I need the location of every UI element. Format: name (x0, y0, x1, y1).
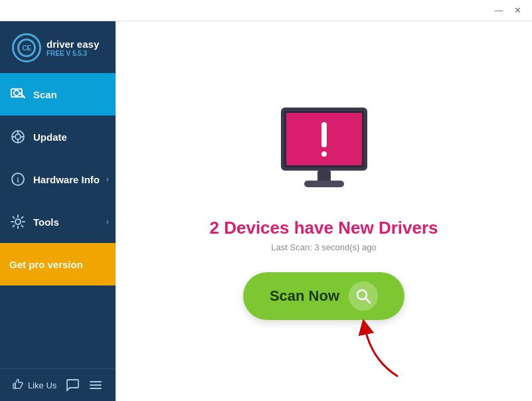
logo-text: driver easy FREE V 5.5.3 (46, 39, 99, 57)
logo-circle-inner: CE (17, 39, 36, 57)
sidebar-spacer (0, 285, 116, 368)
sidebar-item-hardware-info-label: Hardware Info (33, 174, 100, 185)
tools-chevron-icon: › (106, 217, 109, 226)
app-body: CE driver easy FREE V 5.5.3 Scan (0, 21, 532, 401)
logo-icon-text: CE (22, 44, 31, 52)
logo-wrap: CE driver easy FREE V 5.5.3 (12, 33, 99, 62)
get-pro-version-label: Get pro version (9, 259, 83, 270)
arrow-indicator (351, 313, 411, 380)
svg-line-20 (365, 298, 370, 303)
svg-rect-18 (304, 181, 344, 187)
search-icon (355, 287, 372, 305)
svg-rect-15 (321, 122, 327, 147)
list-icon[interactable] (88, 377, 104, 393)
sidebar-item-scan-label: Scan (33, 89, 57, 100)
svg-text:i: i (17, 176, 19, 184)
close-button[interactable]: ✕ (508, 3, 527, 18)
scan-now-label: Scan Now (270, 287, 339, 305)
logo-area: CE driver easy FREE V 5.5.3 (0, 21, 116, 73)
sidebar-item-update[interactable]: Update (0, 116, 116, 158)
sidebar: CE driver easy FREE V 5.5.3 Scan (0, 21, 116, 401)
logo-title: driver easy (46, 39, 99, 50)
like-us-button[interactable]: Like Us (12, 378, 56, 392)
minimize-button[interactable]: — (489, 3, 508, 18)
scan-now-container: Scan Now (243, 272, 404, 320)
sidebar-item-hardware-info[interactable]: i Hardware Info › (0, 158, 116, 200)
logo-version: FREE V 5.5.3 (46, 50, 99, 57)
chat-icon[interactable] (64, 377, 80, 393)
search-icon-circle (349, 281, 378, 311)
get-pro-version-button[interactable]: Get pro version (0, 243, 116, 285)
main-content: 2 Devices have New Drivers Last Scan: 3 … (116, 21, 532, 401)
sidebar-item-scan[interactable]: Scan (0, 73, 116, 116)
monitor-illustration (264, 102, 384, 204)
sidebar-bottom: Like Us (0, 368, 116, 401)
tools-icon (9, 213, 27, 230)
logo-circle: CE (12, 33, 41, 62)
svg-rect-16 (321, 151, 327, 157)
sidebar-item-update-label: Update (33, 131, 67, 143)
status-title: 2 Devices have New Drivers (210, 218, 438, 238)
svg-point-2 (14, 90, 19, 96)
update-icon (9, 128, 27, 145)
svg-point-4 (15, 134, 21, 139)
last-scan-text: Last Scan: 3 second(s) ago (271, 242, 376, 252)
hardware-info-icon: i (9, 171, 27, 188)
titlebar: — ✕ (0, 0, 532, 21)
svg-point-7 (15, 219, 21, 224)
sidebar-item-tools[interactable]: Tools › (0, 200, 116, 243)
thumbs-up-icon (12, 378, 24, 392)
hardware-info-chevron-icon: › (106, 175, 109, 184)
svg-rect-8 (13, 384, 15, 388)
sidebar-item-tools-label: Tools (33, 216, 59, 228)
scan-icon (9, 86, 27, 103)
like-us-label: Like Us (28, 380, 56, 390)
